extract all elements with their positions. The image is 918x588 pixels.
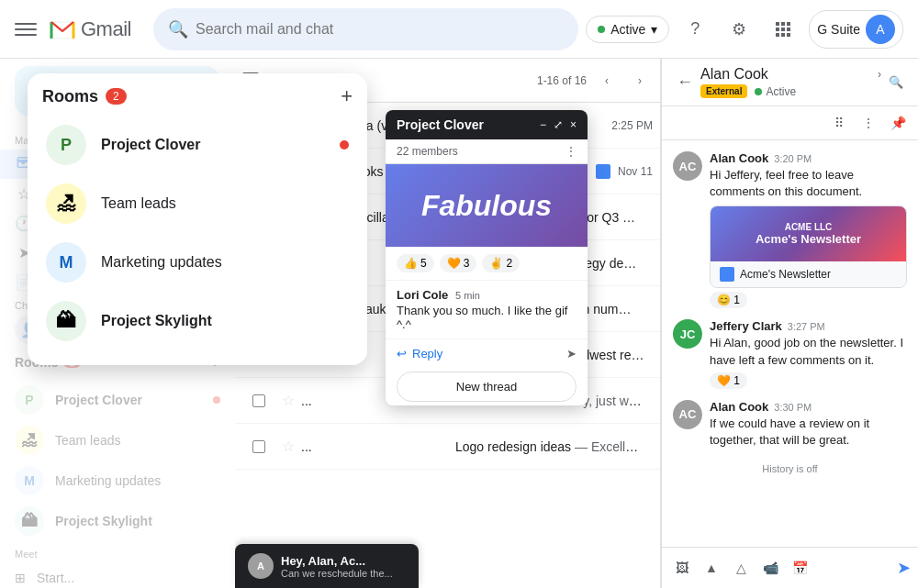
start-meeting-label: Start... — [37, 571, 74, 585]
project-skylight-avatar: 🏔 — [15, 506, 44, 536]
thread-popup-title: Project Clover — [397, 117, 484, 132]
message-time: 3:20 PM — [774, 153, 812, 164]
next-page-button[interactable]: › — [627, 68, 653, 94]
message-time: 3:27 PM — [788, 321, 825, 332]
prev-page-button[interactable]: ‹ — [594, 68, 620, 94]
search-input[interactable] — [196, 21, 564, 38]
hamburger-icon[interactable] — [15, 18, 37, 40]
room-item-marketing[interactable]: M Marketing updates — [0, 460, 235, 501]
reaction-peace[interactable]: ✌ 2 — [482, 254, 520, 272]
newsletter-card[interactable]: ACME LLCAcme's Newsletter Acme's Newslet… — [710, 205, 907, 288]
top-right-actions: Active ▾ ? ⚙ G Suite A — [586, 10, 903, 49]
rooms-panel-item-team-leads[interactable]: 🏖 Team leads — [28, 174, 367, 233]
minimize-button[interactable]: − — [540, 118, 546, 131]
sender-name: Alan Cook — [710, 151, 768, 165]
search-bar[interactable]: 🔍 — [153, 8, 578, 50]
chat-search-button[interactable]: 🔍 — [889, 75, 903, 89]
floating-chat-preview: Can we reschedule the... — [281, 568, 406, 579]
message-time: 3:30 PM — [774, 402, 812, 413]
email-time: 2:25 PM — [611, 119, 653, 132]
thread-image: Fabulous — [386, 164, 588, 247]
marketing-panel-avatar: M — [46, 242, 86, 283]
reply-button[interactable]: ↩ Reply — [397, 347, 442, 361]
email-checkbox[interactable] — [242, 394, 275, 407]
video-call-button[interactable]: 📹 — [757, 555, 783, 581]
chat-name-chevron: › — [878, 68, 881, 81]
rooms-panel-add-button[interactable]: + — [341, 84, 353, 108]
meet-item-start[interactable]: ⊞ Start... — [0, 563, 235, 588]
rooms-panel-item-project-skylight[interactable]: 🏔 Project Skylight — [28, 292, 367, 350]
send-reply-button[interactable]: ➤ — [566, 347, 577, 361]
calendar-button[interactable]: 📅 — [787, 555, 812, 581]
thread-msg-text: Thank you so much. I like the gif ^.^ — [397, 304, 577, 331]
floating-chat-preview[interactable]: A Hey, Alan, Ac... Can we reschedule the… — [235, 544, 419, 588]
reaction-thumbs-up[interactable]: 👍 5 — [397, 254, 434, 272]
close-popup-button[interactable]: × — [570, 118, 577, 131]
active-status-button[interactable]: Active ▾ — [586, 16, 669, 43]
email-checkbox[interactable] — [242, 440, 275, 453]
floating-chat-header[interactable]: A Hey, Alan, Ac... Can we reschedule the… — [235, 544, 419, 588]
thread-popup-subtitle: 22 members ⋮ — [386, 139, 588, 164]
team-leads-avatar: 🏖 — [15, 426, 44, 455]
room-item-project-clover[interactable]: P Project Clover — [0, 380, 235, 420]
history-off-divider: History is off — [673, 460, 907, 478]
active-dot-small — [755, 88, 762, 95]
thread-popup-header: Project Clover − ⤢ × — [386, 110, 588, 139]
room-item-project-skylight[interactable]: 🏔 Project Skylight — [0, 501, 235, 541]
gmail-logo: Gmail — [48, 15, 131, 44]
project-clover-panel-name: Project Clover — [101, 137, 200, 153]
email-row[interactable]: ☆ ... Logo redesign ideas — Excellent. D… — [235, 424, 660, 470]
project-skylight-panel-avatar: 🏔 — [46, 301, 86, 341]
meet-icon — [596, 164, 610, 179]
gmail-label: Gmail — [81, 17, 131, 41]
message-content: Jeffery Clark 3:27 PM Hi Alan, good job … — [710, 319, 907, 388]
newsletter-footer: Acme's Newsletter — [711, 261, 906, 287]
chat-message: AC Alan Cook 3:30 PM If we could have a … — [673, 400, 907, 449]
project-skylight-name: Project Skylight — [55, 514, 152, 528]
new-thread-button[interactable]: New thread — [397, 372, 577, 402]
project-clover-panel-avatar: P — [46, 125, 86, 165]
message-content: Alan Cook 3:20 PM Hi Jeffery, feel free … — [710, 151, 907, 308]
team-leads-panel-name: Team leads — [101, 195, 176, 212]
settings-button[interactable]: ⚙ — [721, 11, 757, 48]
grid-view-button[interactable]: ⠿ — [826, 110, 852, 136]
email-subject: Logo redesign ideas — Excellent. Do have… — [455, 439, 645, 454]
image-attach-button[interactable]: 🖼 — [669, 555, 695, 581]
emoji-button[interactable]: △ — [728, 555, 754, 581]
chat-more-button[interactable]: ⋮ — [856, 110, 881, 136]
newsletter-image: ACME LLCAcme's Newsletter — [711, 206, 906, 261]
gsuite-button[interactable]: G Suite A — [809, 10, 903, 49]
thread-reply-bar: ↩ Reply ➤ — [386, 339, 588, 368]
rooms-panel-item-project-clover[interactable]: P Project Clover — [28, 116, 367, 174]
reaction-heart[interactable]: 🧡 3 — [440, 254, 477, 272]
help-button[interactable]: ? — [677, 11, 713, 48]
drive-attach-button[interactable]: ▲ — [699, 555, 724, 581]
floating-chat-avatar: A — [248, 553, 274, 579]
team-leads-name: Team leads — [55, 433, 121, 448]
top-bar: Gmail 🔍 Active ▾ ? ⚙ G Suite A — [0, 0, 918, 59]
floating-chat-info: Hey, Alan, Ac... Can we reschedule the..… — [281, 554, 406, 579]
back-button[interactable]: ← — [677, 72, 693, 92]
emoji-reaction[interactable]: 😊 1 — [710, 292, 747, 308]
expand-button[interactable]: ⤢ — [554, 118, 563, 131]
emoji-reaction[interactable]: 🧡 1 — [710, 372, 747, 389]
thread-msg-sender: Lori Cole — [397, 288, 448, 302]
project-skylight-panel-name: Project Skylight — [101, 313, 212, 329]
message-text: Hi Jeffery, feel free to leave comments … — [710, 167, 907, 200]
email-star-empty[interactable]: ☆ — [275, 438, 301, 455]
room-item-team-leads[interactable]: 🏖 Team leads — [0, 420, 235, 460]
thread-more-button[interactable]: ⋮ — [565, 145, 577, 158]
rooms-panel-item-marketing[interactable]: M Marketing updates — [28, 233, 367, 292]
email-star-empty[interactable]: ☆ — [275, 392, 301, 409]
apps-grid-button[interactable] — [765, 11, 801, 48]
email-time: Nov 11 — [618, 165, 653, 178]
chat-header: ← Alan Cook › External Active 🔍 — [662, 59, 918, 106]
search-icon: 🔍 — [168, 19, 188, 39]
thread-popup-controls: − ⤢ × — [540, 118, 577, 131]
chat-pin-button[interactable]: 📌 — [885, 110, 911, 136]
chat-input-bar: 🖼 ▲ △ 📹 📅 ➤ — [662, 547, 918, 588]
send-message-button[interactable]: ➤ — [897, 558, 911, 578]
thread-reactions: 👍 5 🧡 3 ✌ 2 — [386, 247, 588, 281]
sender-name: Jeffery Clark — [710, 319, 782, 333]
message-content: Alan Cook 3:30 PM If we could have a rev… — [710, 400, 907, 449]
